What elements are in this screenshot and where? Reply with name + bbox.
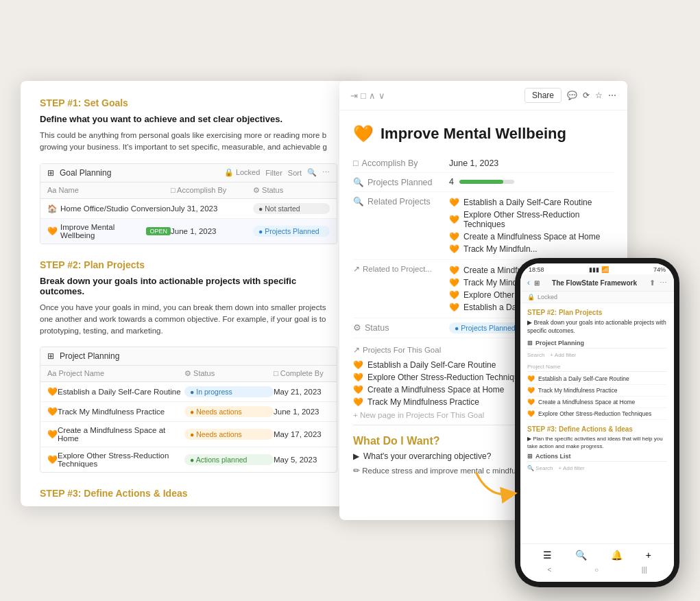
project-table-title: Project Planning [60, 351, 119, 361]
table-icon: ⊞ [527, 340, 533, 346]
sidebar-toggle-icon[interactable]: ⇥ [350, 91, 358, 101]
row-date: July 31, 2023 [171, 204, 253, 213]
share-icon[interactable]: ⬆ [649, 279, 655, 287]
comment-icon[interactable]: 💬 [567, 91, 577, 100]
history-icon[interactable]: ⟳ [583, 91, 590, 100]
right-panel-toolbar: ⇥ □ ∧ ∨ Share 💬 ⟳ ☆ ⋯ [339, 81, 627, 110]
row-text: Explore Other Stress-Reduction Technique… [538, 410, 651, 417]
add-filter-label[interactable]: + Add filter [559, 465, 585, 471]
row-icon: 🧡 [527, 399, 535, 405]
status-icon: ⚙ [353, 322, 361, 333]
table-row[interactable]: 🧡 Explore Other Stress-Reduction Techniq… [40, 447, 337, 472]
row-text: Track My Mindfulness Practice [538, 387, 617, 394]
table-row[interactable]: 🏠 Home Office/Studio Conversion July 31,… [40, 199, 337, 219]
more-icon[interactable]: ⋯ [608, 91, 616, 100]
phone-table-row[interactable]: 🧡 Create a Mindfulness Space at Home [527, 397, 667, 408]
calendar-icon: □ [353, 158, 359, 168]
search-label[interactable]: 🔍 Search [527, 465, 553, 471]
phone-home-indicator: < ○ ||| [520, 563, 674, 576]
list-item: 🧡Explore Other Stress-Reduction Techniqu… [449, 209, 614, 231]
toolbar-right: Share 💬 ⟳ ☆ ⋯ [524, 88, 616, 103]
search-icon: 🔍 [353, 177, 364, 187]
row-name-text: Improve Mental Wellbeing [60, 223, 143, 239]
phone-table-row[interactable]: 🧡 Track My Mindfulness Practice [527, 385, 667, 397]
projects-planned-value: 4 [449, 177, 614, 187]
step2-subheading: Break down your goals into actionable pr… [40, 276, 337, 296]
goal-planning-table: ⊞ Goal Planning 🔒 Locked Filter Sort 🔍 ⋯… [40, 163, 337, 244]
toolbar-left-icons: ⇥ □ ∧ ∨ [350, 91, 385, 101]
progress-fill [459, 180, 503, 184]
phone-content: STEP #2: Plan Projects ▶ Break down your… [520, 303, 674, 546]
menu-icon[interactable]: ☰ [543, 550, 552, 561]
row-date: May 21, 2023 [274, 388, 330, 396]
project-planning-table: ⊞ Project Planning Aa Project Name ⚙ Sta… [40, 346, 337, 473]
status-badge: ● Needs actions [184, 429, 274, 440]
back-gesture[interactable]: < [547, 566, 551, 574]
related-projects-list: 🧡Establish a Daily Self-Care Routine 🧡Ex… [449, 196, 614, 255]
row-icon: 🧡 [527, 387, 535, 394]
locked-label: Locked [538, 294, 557, 300]
add-filter-label[interactable]: + Add filter [550, 352, 576, 358]
goal-table-title: Goal Planning [60, 168, 111, 178]
search-icon: 🔍 [353, 196, 364, 207]
recents-gesture[interactable]: ||| [642, 566, 647, 574]
row-name-text: Track My Mindfulness Practice [58, 408, 165, 416]
triangle-icon: ▶ [527, 436, 533, 442]
layout-icon[interactable]: □ [361, 91, 366, 101]
home-gesture[interactable]: ○ [594, 566, 599, 574]
phone-screen: 18:58 ▮▮▮ 📶 74% ‹ ⊞ The FlowState Framew… [520, 263, 674, 582]
more-options-icon[interactable]: ⋯ [660, 279, 667, 287]
share-button[interactable]: Share [524, 88, 562, 103]
progress-bar [459, 180, 514, 184]
status-badge: ● Not started [253, 203, 330, 214]
step3-heading: STEP #3: Define Actions & Ideas [40, 488, 337, 499]
table-row[interactable]: 🧡 Track My Mindfulness Practice ● Needs … [40, 402, 337, 422]
phone-locked-bar: 🔒 Locked [520, 292, 674, 303]
step3-subheading: Plan the specific activities and ideas t… [40, 504, 337, 506]
table-icon: ⊞ [47, 351, 54, 361]
row-icon: 🧡 [47, 387, 58, 397]
goal-table-titlebar: ⊞ Goal Planning 🔒 Locked Filter Sort 🔍 ⋯ [40, 164, 337, 182]
phone-table-row[interactable]: 🧡 Explore Other Stress-Reduction Techniq… [527, 408, 667, 420]
phone-step2-heading: STEP #2: Plan Projects [527, 309, 667, 316]
back-icon[interactable]: ‹ [527, 278, 530, 287]
phone-nav-bar: ‹ ⊞ The FlowState Framework ⬆ ⋯ [520, 274, 674, 292]
phone-actions-search-row: 🔍 Search + Add filter [527, 464, 667, 473]
table-row[interactable]: 🧡 Establish a Daily Self-Care Routine ● … [40, 382, 337, 402]
table-row[interactable]: 🧡 Improve Mental Wellbeing OPEN June 1, … [40, 219, 337, 244]
chevron-down-icon[interactable]: ∨ [378, 91, 385, 101]
phone-table-row[interactable]: 🧡 Establish a Daily Self-Care Routine [527, 373, 667, 385]
link-icon: ↗ [353, 264, 360, 274]
star-icon[interactable]: ☆ [595, 91, 603, 100]
phone-col-header: Project Name [527, 362, 667, 372]
page-emoji: 🧡 [353, 124, 374, 143]
step1-subheading: Define what you want to achieve and set … [40, 114, 337, 124]
row-name-text: Home Office/Studio Conversion [60, 204, 171, 213]
search-label[interactable]: Search [527, 352, 544, 358]
row-icon: 🧡 [47, 226, 57, 236]
step1-body: This could be anything from personal goa… [40, 130, 337, 154]
search-bottom-icon[interactable]: 🔍 [575, 550, 587, 561]
bell-icon[interactable]: 🔔 [611, 550, 623, 561]
projects-planned-property: 🔍 Projects Planned 4 [353, 173, 614, 192]
chevron-up-icon[interactable]: ∧ [369, 91, 376, 101]
add-icon[interactable]: + [646, 550, 651, 561]
row-date: May 17, 2023 [274, 430, 330, 438]
goal-table-header: Aa Name □ Accomplish By ⚙ Status [40, 182, 337, 199]
phone-step2-body: ▶ Break down your goals into actionable … [527, 319, 667, 335]
table-icon: ⊞ [527, 453, 533, 460]
step2-heading: STEP #2: Plan Projects [40, 259, 337, 270]
arrow-icon: ↗ [353, 345, 360, 355]
table-row[interactable]: 🧡 Create a Mindfulness Space at Home ● N… [40, 422, 337, 447]
lock-icon: 🔒 [527, 294, 535, 300]
row-icon: 🧡 [527, 375, 535, 382]
phone-search-row: Search + Add filter [527, 351, 667, 360]
arrow-svg [470, 461, 518, 509]
list-item: 🧡Establish a Daily Self-Care Routine [449, 196, 614, 209]
row-icon: 🧡 [47, 429, 58, 439]
related-projects-property: 🔍 Related Projects 🧡Establish a Daily Se… [353, 192, 614, 260]
row-name-text: Create a Mindfulness Space at Home [58, 426, 184, 443]
phone-step3-body: ▶ Plan the specific activities and ideas… [527, 435, 667, 450]
accomplish-by-value: June 1, 2023 [449, 158, 614, 168]
row-name-text: Explore Other Stress-Reduction Technique… [58, 451, 184, 468]
